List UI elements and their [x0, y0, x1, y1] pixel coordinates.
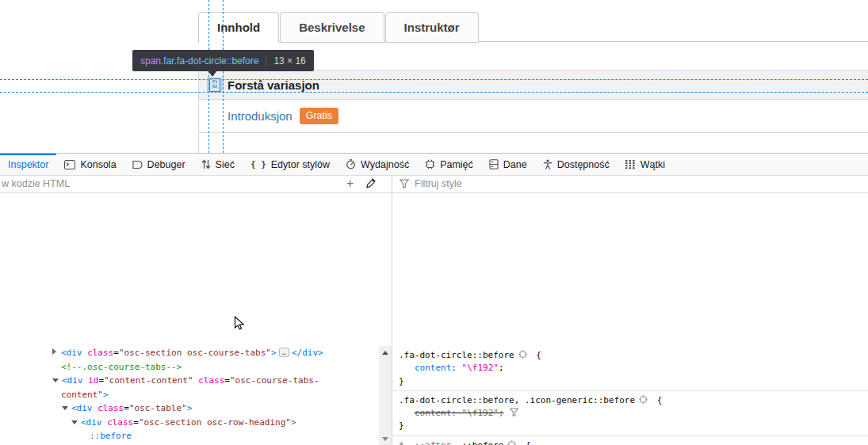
- devtools-tab-sieć[interactable]: Sieć: [193, 154, 243, 175]
- code-token: "osc-course-tabs-: [230, 375, 319, 386]
- devtools-tab-inspektor[interactable]: Inspektor: [0, 154, 56, 175]
- devtools-tab-label: Dostępność: [557, 159, 610, 170]
- code-token: ;: [499, 408, 504, 418]
- devtools-tab-wątki[interactable]: Wątki: [618, 154, 673, 175]
- rule-close-brace: }: [399, 420, 868, 432]
- markup-line[interactable]: <div class="osc-section osc-course-tabs"…: [0, 346, 379, 360]
- devtools-tab-label: Pamięć: [440, 159, 473, 170]
- code-token: *, ::after,: [399, 440, 461, 445]
- markup-line[interactable]: ::before: [0, 429, 379, 443]
- devtools-panel: InspektorKonsolaDebugerSieć{ }Edytor sty…: [0, 153, 868, 445]
- lesson-row[interactable]: Introduksjon Gratis: [199, 100, 868, 133]
- devtools-tab-label: Dane: [503, 159, 527, 170]
- devtools-tab-debuger[interactable]: Debuger: [124, 154, 193, 175]
- markup-line[interactable]: <div class="osc-table">: [0, 401, 379, 416]
- devtools-tab-label: Sieć: [216, 159, 235, 170]
- code-token: "\f192": [462, 363, 499, 373]
- code-token: "osc-section osc-row-heading": [139, 417, 291, 428]
- tab-instruktor[interactable]: Instruktør: [385, 12, 479, 43]
- code-token: class: [198, 375, 224, 386]
- collapse-arrow-icon[interactable]: [62, 406, 68, 410]
- infobar-divider: [266, 55, 266, 66]
- rule-settings-icon[interactable]: [514, 350, 531, 360]
- code-token: class: [87, 348, 113, 358]
- devtools-tab-dostępność[interactable]: Dostępność: [535, 154, 618, 175]
- code-token: ::before: [461, 440, 503, 445]
- devtools-tab-label: Konsola: [80, 159, 116, 170]
- tab-beskrivelse[interactable]: Beskrivelse: [280, 12, 384, 43]
- free-badge: Gratis: [300, 108, 338, 124]
- code-token: <div: [71, 403, 98, 413]
- html-search-input[interactable]: w kodzie HTML: [2, 178, 70, 189]
- css-declaration[interactable]: content: "\f192";: [399, 407, 868, 420]
- code-token: :: [451, 408, 461, 418]
- css-rule: *, ::after, ::before {box-sizing: border…: [392, 436, 868, 445]
- code-token: ::before: [90, 431, 132, 441]
- code-token: {: [652, 395, 662, 405]
- devtools-tab-pamięć[interactable]: Pamięć: [417, 154, 481, 175]
- collapse-arrow-icon[interactable]: [52, 378, 59, 382]
- code-token: <div: [62, 375, 88, 386]
- expand-ellipsis-button[interactable]: …: [279, 348, 289, 357]
- markup-line[interactable]: <div id="content-content" class="osc-cou…: [0, 374, 379, 388]
- code-token: >: [291, 417, 296, 428]
- markup-scrollbar[interactable]: [379, 346, 392, 445]
- css-filter-input[interactable]: Filtruj style: [400, 178, 462, 189]
- code-token: <div: [61, 348, 87, 358]
- expand-arrow-icon[interactable]: [52, 348, 56, 355]
- code-token: }: [399, 376, 404, 386]
- network-icon: [201, 159, 211, 169]
- code-token: "content-content": [104, 375, 193, 386]
- threads-icon: [625, 160, 636, 169]
- devtools-tab-label: Edytor stylów: [271, 159, 330, 170]
- tab-innhold[interactable]: Innhold: [198, 12, 279, 43]
- eyedropper-icon[interactable]: [365, 177, 377, 192]
- devtools-tab-wydajność[interactable]: Wydajność: [338, 154, 417, 175]
- scroll-up-arrow-icon[interactable]: [382, 351, 388, 355]
- devtools-tab-konsola[interactable]: Konsola: [56, 154, 124, 175]
- code-token: class: [107, 417, 133, 428]
- code-token: =: [98, 375, 104, 386]
- infobar-caret: [208, 70, 217, 77]
- css-selector[interactable]: .fa-dot-circle::before {: [399, 349, 868, 362]
- css-selector[interactable]: .fa-dot-circle::before, .icon-generic::b…: [399, 394, 868, 407]
- code-token: =: [224, 375, 230, 386]
- collapse-arrow-icon[interactable]: [71, 420, 78, 424]
- mouse-cursor: [234, 316, 245, 335]
- devtools-tab-label: Debuger: [147, 159, 185, 170]
- css-declaration[interactable]: content: "\f192";: [399, 362, 868, 375]
- devtools-tab-dane[interactable]: Dane: [481, 154, 535, 175]
- devtools-tabbar: InspektorKonsolaDebugerSieć{ }Edytor sty…: [0, 154, 868, 176]
- performance-icon: [346, 159, 356, 169]
- code-token: >: [187, 403, 193, 413]
- panes-splitter[interactable]: [392, 175, 392, 445]
- scroll-down-arrow-icon[interactable]: [382, 437, 388, 441]
- code-token: >: [271, 348, 277, 358]
- style-editor-icon: { }: [250, 159, 266, 169]
- css-rules-pane: .fa-dot-circle::before {content: "\f192"…: [392, 346, 868, 445]
- rule-settings-icon[interactable]: [503, 440, 520, 445]
- storage-icon: [489, 159, 499, 169]
- markup-line[interactable]: <div class="osc-section osc-row-heading"…: [0, 416, 379, 430]
- css-selector[interactable]: *, ::after, ::before {: [399, 439, 868, 445]
- code-token: "\f192": [462, 408, 499, 418]
- code-token: .fa-dot-circle::before, .icon-generic::b…: [399, 395, 635, 405]
- code-token: content: [415, 408, 451, 418]
- highlighter-guide-top: [0, 79, 868, 80]
- css-rule: .fa-dot-circle::before, .icon-generic::b…: [392, 391, 868, 436]
- code-token: ;: [499, 363, 504, 373]
- rule-settings-icon[interactable]: [635, 395, 652, 405]
- markup-line[interactable]: <!--.osc-course-tabs-->: [0, 360, 379, 375]
- course-tabs: Innhold Beskrivelse Instruktør: [198, 12, 480, 43]
- devtools-tab-label: Inspektor: [8, 159, 48, 170]
- overridden-filter-icon[interactable]: [504, 408, 518, 418]
- highlighter-guide-right: [223, 0, 224, 153]
- css-rule: .fa-dot-circle::before {content: "\f192"…: [392, 346, 868, 391]
- add-node-button[interactable]: +: [346, 177, 354, 190]
- lesson-row[interactable]: [199, 133, 868, 153]
- markup-line[interactable]: content">: [0, 388, 379, 402]
- code-token: "osc-section osc-course-tabs": [119, 348, 271, 358]
- devtools-tab-edytor-stylów[interactable]: { }Edytor stylów: [243, 154, 338, 175]
- node-infobar: span.far.fa-dot-circle::before 13 × 16: [132, 50, 314, 71]
- lesson-link[interactable]: Introduksjon: [228, 109, 293, 123]
